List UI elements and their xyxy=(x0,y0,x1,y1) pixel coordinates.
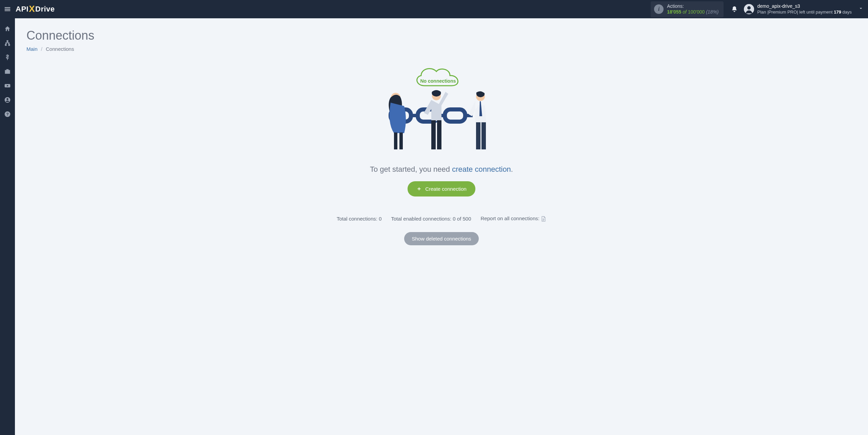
svg-point-1 xyxy=(747,6,751,9)
stat-report: Report on all connections: xyxy=(481,215,547,222)
report-download-button[interactable] xyxy=(541,215,546,221)
logo[interactable]: API X Drive xyxy=(16,4,55,15)
user-icon xyxy=(4,97,11,103)
svg-rect-15 xyxy=(399,132,403,149)
document-icon xyxy=(541,216,546,222)
create-connection-button[interactable]: ＋ Create connection xyxy=(408,181,475,196)
logo-x-icon: X xyxy=(29,4,35,14)
breadcrumb-current: Connections xyxy=(46,46,74,52)
empty-prompt: To get started, you need create connecti… xyxy=(26,165,856,174)
actions-label: Actions: xyxy=(667,3,718,9)
dollar-icon xyxy=(4,54,11,61)
sitemap-icon xyxy=(4,40,11,46)
info-icon: i xyxy=(654,4,664,14)
actions-counter[interactable]: i Actions: 18'055 of 100'000 (18%) xyxy=(651,1,723,17)
stats-row: Total connections: 0 Total enabled conne… xyxy=(26,215,856,222)
user-menu-chevron[interactable] xyxy=(859,6,868,12)
menu-toggle[interactable] xyxy=(0,0,15,18)
actions-percent: (18%) xyxy=(706,9,718,15)
svg-rect-22 xyxy=(481,122,486,149)
briefcase-icon xyxy=(4,68,11,75)
topbar: API X Drive i Actions: 18'055 of 100'000… xyxy=(0,0,868,18)
people-chain-icon xyxy=(380,89,502,157)
actions-used: 18'055 xyxy=(667,9,681,15)
logo-text-1: API xyxy=(16,5,28,14)
breadcrumb-main-link[interactable]: Main xyxy=(26,46,38,52)
plus-icon: ＋ xyxy=(416,185,422,192)
notifications-button[interactable] xyxy=(728,6,741,13)
sidebar-item-help[interactable]: ? xyxy=(0,107,15,121)
hamburger-icon xyxy=(4,5,11,13)
svg-rect-9 xyxy=(445,109,465,122)
empty-state: No connections xyxy=(26,62,856,245)
sidebar-item-video[interactable] xyxy=(0,79,15,93)
sidebar-item-connections[interactable] xyxy=(0,36,15,50)
sidebar: ? xyxy=(0,18,15,435)
youtube-icon xyxy=(4,82,11,89)
breadcrumb: Main / Connections xyxy=(26,46,856,52)
show-deleted-button[interactable]: Show deleted connections xyxy=(404,232,478,245)
svg-rect-14 xyxy=(394,132,397,149)
cloud-icon xyxy=(411,62,465,92)
sidebar-item-home[interactable] xyxy=(0,22,15,36)
actions-total: 100'000 xyxy=(688,9,705,15)
logo-text-2: Drive xyxy=(35,5,55,14)
svg-rect-19 xyxy=(437,120,441,149)
stat-total: Total connections: 0 xyxy=(337,216,382,222)
sidebar-item-billing[interactable] xyxy=(0,50,15,64)
user-menu[interactable]: demo_apix-drive_s3 Plan |Premium PRO| le… xyxy=(741,3,859,15)
page-title: Connections xyxy=(26,28,856,43)
create-connection-link[interactable]: create connection xyxy=(452,165,511,173)
svg-point-4 xyxy=(6,98,8,100)
avatar-icon xyxy=(744,4,754,14)
svg-rect-21 xyxy=(476,122,480,149)
bell-icon xyxy=(731,6,738,13)
user-name: demo_apix-drive_s3 xyxy=(757,3,852,9)
chevron-down-icon xyxy=(859,6,863,11)
main-content: Connections Main / Connections No connec… xyxy=(15,18,868,435)
svg-rect-17 xyxy=(431,104,441,121)
sidebar-item-briefcase[interactable] xyxy=(0,64,15,79)
user-plan: Plan |Premium PRO| left until payment 17… xyxy=(757,9,852,15)
svg-text:?: ? xyxy=(6,112,8,116)
stat-enabled: Total enabled connections: 0 of 500 xyxy=(391,216,471,222)
empty-illustration: No connections xyxy=(380,62,502,157)
breadcrumb-separator: / xyxy=(41,46,42,52)
svg-rect-18 xyxy=(431,120,436,149)
help-icon: ? xyxy=(4,111,11,118)
sidebar-item-account[interactable] xyxy=(0,93,15,107)
home-icon xyxy=(4,25,11,32)
cloud-label: No connections xyxy=(411,78,465,84)
